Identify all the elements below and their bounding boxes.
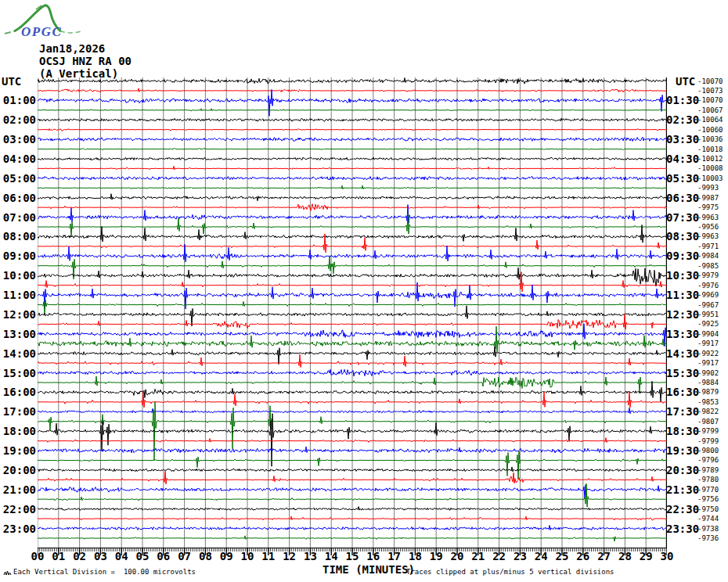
left-time-label: 20:00: [0, 464, 36, 476]
trace-offset-value: -9969: [697, 291, 719, 299]
trace-offset-value: -9925: [697, 320, 719, 328]
trace-offset-value: -9985: [697, 262, 719, 270]
left-time-label: 04:00: [0, 153, 36, 165]
right-time-label: 20:30: [666, 464, 699, 476]
trace-offset-value: -9744: [697, 515, 719, 523]
trace-offset-value: -10073: [697, 87, 723, 95]
right-time-label: 07:30: [666, 211, 699, 224]
right-time-label: 05:30: [666, 172, 699, 185]
trace-offset-value: -10008: [697, 164, 723, 172]
right-time-label: 13:30: [666, 328, 699, 340]
trace-offset-value: -9902: [697, 369, 719, 377]
left-time-label: 18:00: [0, 425, 36, 437]
left-time-label: 13:00: [0, 328, 36, 340]
trace-offset-value: -9780: [697, 476, 719, 483]
utc-label-left: UTC: [2, 75, 21, 88]
left-time-label: 10:00: [0, 269, 36, 282]
trace-offset-value: -9799: [697, 427, 719, 435]
right-time-label: 01:30: [666, 94, 699, 106]
right-time-label: 19:30: [666, 444, 699, 457]
trace-offset-value: -9987: [697, 194, 719, 202]
right-time-label: 22:30: [666, 503, 699, 516]
header-station-code: OCSJ HNZ RA 00: [39, 55, 132, 67]
trace-offset-value: -10036: [697, 135, 723, 143]
trace-offset-value: -10012: [697, 155, 723, 163]
trace-offset-value: -9967: [697, 301, 719, 309]
trace-offset-value: -9796: [697, 456, 719, 464]
logo-text: OPGC: [21, 24, 62, 39]
trace-offset-value: -9971: [697, 242, 719, 250]
right-time-label: 14:30: [666, 347, 699, 360]
right-time-label: 04:30: [666, 153, 699, 165]
left-time-label: 02:00: [0, 113, 36, 126]
trace-offset-value: -9756: [697, 495, 719, 503]
trace-offset-value: -9963: [697, 232, 719, 240]
right-time-label: 06:30: [666, 192, 699, 204]
left-time-label: 22:00: [0, 503, 36, 516]
trace-offset-value: -10070: [697, 96, 723, 104]
trace-offset-value: -9853: [697, 398, 719, 406]
mini-waveform-glyph: [3, 569, 13, 577]
right-time-label: 11:30: [666, 289, 699, 301]
trace-offset-value: -9800: [697, 447, 719, 454]
trace-offset-value: -10003: [697, 174, 723, 182]
right-time-label: 23:30: [666, 523, 699, 535]
seismogram-traces: [38, 77, 667, 558]
trace-offset-value: -10018: [697, 146, 723, 153]
trace-offset-value: -9917: [697, 340, 719, 347]
left-time-label: 16:00: [0, 386, 36, 398]
trace-offset-value: -9956: [697, 223, 719, 231]
right-time-label: 17:30: [666, 405, 699, 418]
logo-dash-right: [60, 31, 82, 33]
left-time-label: 01:00: [0, 94, 36, 106]
trace-offset-value: -10064: [697, 116, 723, 124]
x-axis-title: TIME (MINUTES): [323, 563, 415, 576]
trace-offset-value: -9904: [697, 330, 719, 338]
left-time-label: 09:00: [0, 250, 36, 262]
left-time-label: 05:00: [0, 172, 36, 185]
left-time-label: 23:00: [0, 523, 36, 535]
trace-offset-value: -9951: [697, 311, 719, 318]
trace-offset-value: -9822: [697, 408, 719, 415]
right-time-label: 03:30: [666, 133, 699, 146]
trace-offset-value: -9884: [697, 379, 719, 386]
right-time-label: 09:30: [666, 250, 699, 262]
right-time-label: 15:30: [666, 367, 699, 379]
trace-offset-value: -9976: [697, 282, 719, 289]
right-time-label: 12:30: [666, 308, 699, 321]
right-time-label: 02:30: [666, 113, 699, 126]
left-time-label: 03:00: [0, 133, 36, 146]
trace-offset-value: -9807: [697, 418, 719, 426]
right-time-label: 21:30: [666, 483, 699, 496]
footnote-clipping: Traces clipped at plus/minus 5 vertical …: [406, 568, 614, 576]
left-time-label: 06:00: [0, 192, 36, 204]
left-time-label: 19:00: [0, 444, 36, 457]
helicorder-plot-area: [38, 77, 667, 558]
right-time-label: 16:30: [666, 386, 699, 398]
trace-offset-value: -9750: [697, 505, 719, 513]
left-time-label: 07:00: [0, 211, 36, 224]
right-time-label: 08:30: [666, 230, 699, 242]
opgc-logo: OPGC: [3, 2, 91, 39]
trace-offset-value: -9979: [697, 271, 719, 279]
right-time-label: 18:30: [666, 425, 699, 437]
trace-offset-value: -9922: [697, 350, 719, 357]
left-time-label: 14:00: [0, 347, 36, 360]
trace-offset-value: -9963: [697, 214, 719, 221]
left-time-label: 08:00: [0, 230, 36, 242]
trace-offset-value: -9738: [697, 525, 719, 533]
trace-offset-value: -9993: [697, 184, 719, 192]
left-time-label: 11:00: [0, 289, 36, 301]
trace-offset-value: -9984: [697, 252, 719, 260]
trace-offset-value: -9789: [697, 466, 719, 474]
left-time-label: 12:00: [0, 308, 36, 321]
header-date: Jan18,2026: [39, 42, 105, 55]
utc-label-right: UTC: [676, 75, 695, 88]
trace-offset-value: -9770: [697, 486, 719, 494]
trace-offset-value: -10070: [697, 77, 723, 85]
left-time-label: 15:00: [0, 367, 36, 379]
trace-offset-value: -9799: [697, 437, 719, 445]
trace-offset-value: -10060: [697, 126, 723, 134]
helicorder-page: OPGC Jan18,2026 OCSJ HNZ RA 00 (A Vertic…: [0, 0, 728, 582]
trace-offset-value: -9975: [697, 203, 719, 211]
